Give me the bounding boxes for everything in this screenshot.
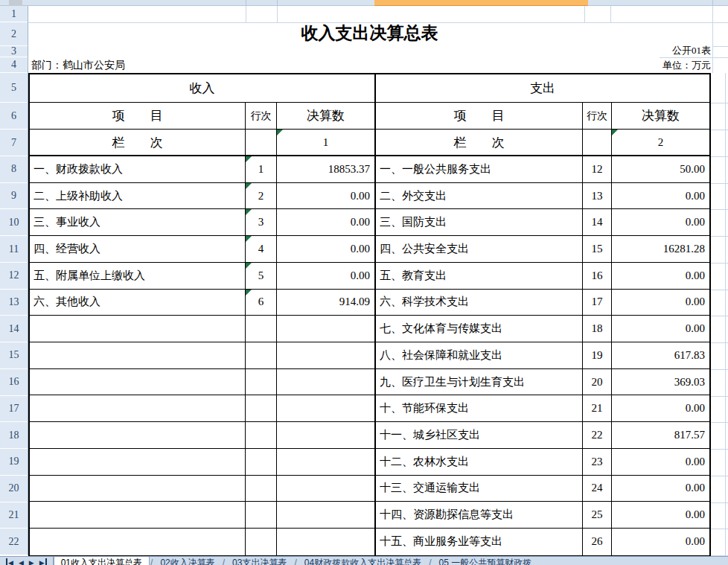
income-item-cell[interactable] [30, 422, 246, 448]
sheet-tab-2[interactable]: 02收入决算表 [153, 557, 221, 565]
expense-amount-cell[interactable]: 0.00 [612, 209, 709, 235]
row-header-1[interactable]: 1 [0, 6, 28, 22]
expense-item-cell[interactable]: 二、外交支出 [376, 183, 583, 209]
expense-amount-cell[interactable]: 0.00 [612, 449, 709, 475]
income-amount-cell[interactable]: 18853.37 [277, 156, 374, 182]
income-col-line[interactable]: 行次 [246, 103, 277, 129]
expense-amount-cell[interactable]: 0.00 [612, 263, 709, 289]
expense-item-cell[interactable]: 十四、资源勘探信息等支出 [376, 502, 583, 528]
expense-line-cell[interactable]: 12 [583, 156, 612, 182]
row-header-15[interactable]: 15 [0, 342, 28, 369]
income-amount-cell[interactable] [277, 502, 374, 528]
next-sheet-icon[interactable]: ▶ [29, 558, 34, 565]
income-line-cell[interactable] [246, 502, 277, 528]
income-item-cell[interactable]: 六、其他收入 [30, 290, 246, 316]
expense-line-cell[interactable]: 19 [583, 342, 612, 368]
row-header-18[interactable]: 18 [0, 422, 28, 449]
expense-amount-cell[interactable]: 16281.28 [612, 236, 709, 262]
income-amount-cell[interactable]: 0.00 [277, 263, 374, 289]
expense-section-header[interactable]: 支出 [376, 74, 709, 103]
department-label[interactable]: 部门：鹤山市公安局 [31, 58, 125, 72]
expense-line-cell[interactable]: 13 [583, 183, 612, 209]
row-header-16[interactable]: 16 [0, 369, 28, 396]
income-line-cell[interactable]: 6 [246, 290, 277, 316]
expense-amount-cell[interactable]: 0.00 [612, 529, 709, 555]
income-column-index-cell[interactable]: 1 [277, 130, 374, 155]
row-header-4[interactable]: 4 [0, 57, 28, 73]
sheet-tab-3[interactable]: 03支出决算表 [226, 557, 293, 565]
expense-item-cell[interactable]: 八、社会保障和就业支出 [376, 342, 583, 368]
row-header-6[interactable]: 6 [0, 103, 28, 130]
first-sheet-icon[interactable]: ◀ [6, 558, 13, 565]
expense-line-cell[interactable]: 16 [583, 263, 612, 289]
income-section-header[interactable]: 收入 [30, 74, 374, 103]
column-header-strip[interactable] [0, 0, 728, 6]
income-item-cell[interactable]: 三、事业收入 [30, 209, 246, 235]
income-line-cell[interactable]: 3 [246, 209, 277, 235]
expense-line-cell[interactable]: 21 [583, 395, 612, 421]
income-item-cell[interactable] [30, 502, 246, 528]
expense-col-amount[interactable]: 决算数 [612, 103, 709, 129]
expense-amount-cell[interactable]: 0.00 [612, 502, 709, 528]
expense-lanci-label[interactable]: 栏 次 [376, 130, 583, 155]
income-amount-cell[interactable] [277, 476, 374, 502]
row-header-3[interactable]: 3 [0, 46, 28, 57]
expense-line-cell[interactable]: 22 [583, 422, 612, 448]
row-header-5[interactable]: 5 [0, 73, 28, 103]
row-header-14[interactable]: 14 [0, 316, 28, 342]
expense-column-index-cell[interactable]: 2 [612, 130, 709, 155]
expense-item-cell[interactable]: 十五、商业服务业等支出 [376, 529, 583, 555]
income-line-cell[interactable] [246, 316, 277, 342]
income-lanci-label[interactable]: 栏 次 [30, 130, 246, 155]
expense-line-cell[interactable]: 24 [583, 476, 612, 502]
income-item-cell[interactable]: 五、附属单位上缴收入 [30, 263, 246, 289]
expense-amount-cell[interactable]: 0.00 [612, 316, 709, 342]
sheet-tab-5[interactable]: 05 一般公共预算财政拨 [432, 557, 539, 565]
income-col-amount[interactable]: 决算数 [277, 103, 374, 129]
row-header-10[interactable]: 10 [0, 209, 28, 236]
sheet-tab-1[interactable]: 01收入支出决算总表 [54, 557, 150, 565]
expense-item-cell[interactable]: 十一、城乡社区支出 [376, 422, 583, 448]
income-amount-cell[interactable] [277, 529, 374, 555]
row-header-21[interactable]: 21 [0, 502, 28, 529]
row-header-22[interactable]: 22 [0, 529, 28, 555]
income-line-cell[interactable] [246, 449, 277, 475]
income-item-cell[interactable]: 二、上级补助收入 [30, 183, 246, 209]
expense-line-cell[interactable]: 15 [583, 236, 612, 262]
expense-line-cell[interactable]: 14 [583, 209, 612, 235]
income-item-cell[interactable] [30, 342, 246, 368]
row-header-17[interactable]: 17 [0, 396, 28, 423]
expense-col-line[interactable]: 行次 [583, 103, 612, 129]
row-header-12[interactable]: 12 [0, 263, 28, 290]
income-line-cell[interactable] [246, 342, 277, 368]
select-all-corner[interactable] [9, 0, 22, 6]
expense-item-cell[interactable]: 十三、交通运输支出 [376, 476, 583, 502]
income-line-cell[interactable] [246, 529, 277, 555]
expense-line-cell[interactable]: 20 [583, 369, 612, 395]
expense-item-cell[interactable]: 四、公共安全支出 [376, 236, 583, 262]
expense-item-cell[interactable]: 五、教育支出 [376, 263, 583, 289]
income-item-cell[interactable] [30, 449, 246, 475]
unit-label[interactable]: 单位：万元 [662, 59, 711, 72]
income-amount-cell[interactable] [277, 422, 374, 448]
income-lanci-line-cell[interactable] [246, 130, 277, 155]
income-line-cell[interactable] [246, 422, 277, 448]
row-header-9[interactable]: 9 [0, 183, 28, 210]
expense-amount-cell[interactable]: 617.83 [612, 342, 709, 368]
income-amount-cell[interactable]: 0.00 [277, 209, 374, 235]
income-line-cell[interactable] [246, 476, 277, 502]
income-amount-cell[interactable] [277, 342, 374, 368]
expense-line-cell[interactable]: 25 [583, 502, 612, 528]
expense-line-cell[interactable]: 17 [583, 290, 612, 316]
sheet-title[interactable]: 收入支出决算总表 [28, 21, 711, 46]
row-header-11[interactable]: 11 [0, 236, 28, 263]
expense-amount-cell[interactable]: 0.00 [612, 290, 709, 316]
expense-line-cell[interactable]: 26 [583, 529, 612, 555]
income-amount-cell[interactable]: 0.00 [277, 183, 374, 209]
income-line-cell[interactable]: 1 [246, 156, 277, 182]
expense-amount-cell[interactable]: 0.00 [612, 183, 709, 209]
expense-item-cell[interactable]: 一、一般公共服务支出 [376, 156, 583, 182]
expense-amount-cell[interactable]: 0.00 [612, 395, 709, 421]
row-header-8[interactable]: 8 [0, 156, 28, 183]
income-item-cell[interactable]: 四、经营收入 [30, 236, 246, 262]
